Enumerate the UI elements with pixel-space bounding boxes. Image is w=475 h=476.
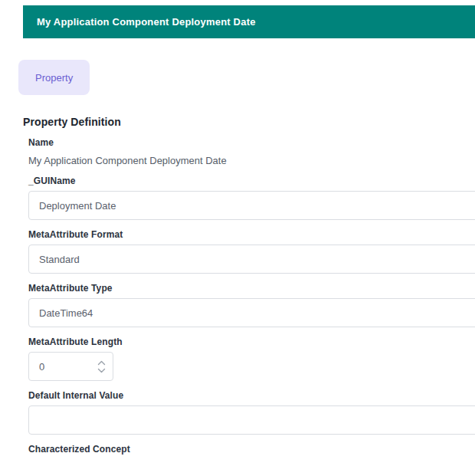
metaattribute-type-input[interactable] [28, 298, 475, 327]
field-default-internal-value: Default Internal Value [28, 390, 475, 435]
name-label: Name [28, 137, 475, 148]
default-internal-value-label: Default Internal Value [28, 390, 475, 401]
stepper-buttons [97, 353, 106, 380]
property-page: My Application Component Deployment Date… [0, 5, 475, 455]
tab-property[interactable]: Property [18, 60, 90, 95]
chevron-up-icon[interactable] [97, 359, 106, 366]
field-name: Name My Application Component Deployment… [28, 137, 475, 166]
field-metaattribute-length: MetaAttribute Length [28, 336, 475, 381]
metaattribute-length-stepper [28, 352, 113, 381]
field-metaattribute-format: MetaAttribute Format [28, 229, 475, 274]
page-title: My Application Component Deployment Date [37, 16, 256, 28]
guiname-label: _GUIName [28, 176, 475, 186]
chevron-down-icon[interactable] [97, 367, 106, 373]
app-header: My Application Component Deployment Date [23, 5, 475, 38]
property-definition-section: Property Definition Name My Application … [0, 116, 475, 455]
tab-bar: Property [18, 60, 475, 95]
guiname-input[interactable] [28, 191, 475, 220]
metaattribute-type-label: MetaAttribute Type [28, 283, 475, 294]
section-title: Property Definition [23, 116, 475, 128]
field-characterized-concept: Characterized Concept [28, 444, 475, 455]
name-value: My Application Component Deployment Date [28, 155, 475, 166]
field-guiname: _GUIName [28, 176, 475, 220]
default-internal-value-input[interactable] [28, 405, 475, 435]
characterized-concept-label: Characterized Concept [28, 444, 475, 455]
metaattribute-length-input[interactable] [29, 361, 83, 373]
field-metaattribute-type: MetaAttribute Type [28, 283, 475, 327]
metaattribute-length-label: MetaAttribute Length [28, 336, 475, 347]
metaattribute-format-label: MetaAttribute Format [28, 229, 475, 240]
metaattribute-format-input[interactable] [28, 245, 475, 274]
